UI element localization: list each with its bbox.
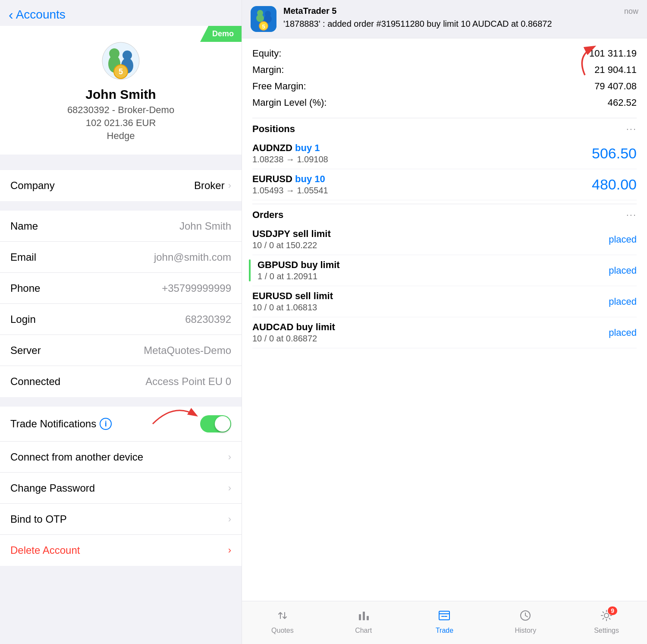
profile-section: Demo 5 John Smith 68230392 - Broker-Demo…: [0, 26, 242, 155]
back-button[interactable]: ‹ Accounts: [9, 8, 66, 22]
svg-rect-15: [363, 612, 365, 620]
profile-account-id: 68230392 - Broker-Demo: [67, 104, 174, 116]
nav-settings[interactable]: 9 Settings: [566, 609, 647, 635]
phone-value: +35799999999: [162, 282, 231, 294]
eurusd-position-left: EURUSD buy 10 1.05493 → 1.05541: [252, 174, 328, 196]
right-panel: 5 MetaTrader 5 now '1878883' : added ord…: [242, 0, 647, 644]
audcad-details: 10 / 0 at 0.86872: [252, 334, 335, 344]
profile-balance: 102 021.36 EUR: [86, 117, 156, 129]
eurusd-position-row[interactable]: EURUSD buy 10 1.05493 → 1.05541 480.00: [252, 169, 637, 200]
profile-mode: Hedge: [107, 130, 135, 142]
server-label: Server: [10, 344, 41, 357]
left-panel: ‹ Accounts Demo 5 John Smith 68230392 - …: [0, 0, 242, 644]
bind-otp-row[interactable]: Bind to OTP ›: [0, 504, 242, 535]
audcad-order-row[interactable]: AUDCAD buy limit 10 / 0 at 0.86872 place…: [252, 317, 637, 348]
company-chevron-icon: ›: [228, 180, 231, 191]
metrics-grid: Equity: 101 311.19 Margin: 21 904.11 Fre…: [252, 38, 637, 114]
eurusd-order-details: 10 / 0 at 1.06813: [252, 303, 333, 313]
nav-history[interactable]: History: [485, 609, 566, 635]
name-value: John Smith: [179, 220, 231, 232]
change-password-label: Change Password: [10, 482, 95, 494]
company-value: Broker ›: [194, 180, 231, 192]
positions-section-header: Positions ···: [252, 118, 637, 138]
usdjpy-pair: USDJPY sell limit: [252, 228, 331, 240]
nav-quotes[interactable]: Quotes: [242, 609, 323, 635]
nav-chart[interactable]: Chart: [323, 609, 404, 635]
connect-another-device-row[interactable]: Connect from another device ›: [0, 442, 242, 473]
server-field: Server MetaQuotes-Demo: [0, 335, 242, 366]
gbpusd-status: placed: [609, 265, 637, 276]
company-field[interactable]: Company Broker ›: [0, 170, 242, 201]
chart-icon: [357, 609, 370, 625]
email-value: john@smith.com: [154, 251, 231, 263]
toggle-knob: [215, 416, 230, 432]
usdjpy-details: 10 / 0 at 150.222: [252, 240, 331, 250]
settings-badge-container: 9: [600, 609, 613, 625]
notif-time: now: [624, 7, 638, 16]
svg-point-4: [122, 51, 132, 60]
section-gap-3: [0, 397, 242, 407]
audcad-order-left: AUDCAD buy limit 10 / 0 at 0.86872: [252, 322, 335, 344]
notif-app-icon: 5: [251, 6, 276, 32]
notification-banner: 5 MetaTrader 5 now '1878883' : added ord…: [242, 0, 647, 38]
gbpusd-pair: GBPUSD buy limit: [258, 259, 340, 271]
gbpusd-details: 1 / 0 at 1.20911: [258, 271, 340, 281]
trade-label: Trade: [436, 627, 453, 635]
audnzd-pnl: 506.50: [592, 145, 637, 162]
info-icon[interactable]: i: [100, 418, 112, 430]
company-label: Company: [10, 180, 55, 192]
settings-label: Settings: [594, 627, 619, 635]
svg-point-19: [604, 613, 609, 618]
margin-label: Margin:: [252, 64, 284, 76]
delete-account-row[interactable]: Delete Account ›: [0, 535, 242, 566]
login-label: Login: [10, 313, 36, 325]
section-gap-2: [0, 201, 242, 211]
notif-header: MetaTrader 5 now: [283, 6, 638, 16]
bottom-nav: Quotes Chart Trade: [242, 601, 647, 644]
change-password-chevron-icon: ›: [228, 483, 231, 494]
equity-value: 101 311.19: [589, 48, 637, 59]
server-value: MetaQuotes-Demo: [144, 344, 231, 357]
nav-trade[interactable]: Trade: [404, 609, 485, 635]
email-field: Email john@smith.com: [0, 242, 242, 273]
chart-label: Chart: [355, 627, 372, 635]
settings-badge: 9: [608, 606, 617, 615]
margin-level-row: Margin Level (%): 462.52: [252, 95, 637, 111]
audcad-pair: AUDCAD buy limit: [252, 322, 335, 333]
bind-otp-chevron-icon: ›: [228, 514, 231, 525]
phone-label: Phone: [10, 282, 40, 294]
history-icon: [519, 609, 532, 625]
usdjpy-order-left: USDJPY sell limit 10 / 0 at 150.222: [252, 228, 331, 250]
delete-account-label: Delete Account: [10, 544, 80, 556]
usdjpy-order-row[interactable]: USDJPY sell limit 10 / 0 at 150.222 plac…: [252, 224, 637, 255]
back-chevron-icon: ‹: [9, 8, 13, 22]
quotes-label: Quotes: [271, 627, 294, 635]
margin-level-value: 462.52: [608, 97, 637, 108]
free-margin-row: Free Margin: 79 407.08: [252, 78, 637, 95]
trade-notifications-row: Trade Notifications i: [0, 407, 242, 442]
orders-title: Orders: [252, 209, 283, 221]
trade-notifications-toggle[interactable]: [200, 415, 231, 432]
eurusd-pair: EURUSD buy 10: [252, 174, 328, 185]
bind-otp-label: Bind to OTP: [10, 513, 67, 525]
notif-content: MetaTrader 5 now '1878883' : added order…: [283, 6, 638, 30]
avatar: 5: [101, 41, 140, 80]
positions-more-icon[interactable]: ···: [626, 123, 637, 135]
phone-field: Phone +35799999999: [0, 273, 242, 304]
login-value: 68230392: [185, 313, 231, 325]
audnzd-position-row[interactable]: AUDNZD buy 1 1.08238 → 1.09108 506.50: [252, 138, 637, 169]
demo-badge: Demo: [200, 26, 242, 42]
eurusd-order-row[interactable]: EURUSD sell limit 10 / 0 at 1.06813 plac…: [252, 286, 637, 317]
fields-section: Company Broker ›: [0, 170, 242, 201]
login-field: Login 68230392: [0, 304, 242, 335]
gbpusd-order-row[interactable]: GBPUSD buy limit 1 / 0 at 1.20911 placed: [252, 255, 637, 286]
free-margin-label: Free Margin:: [252, 81, 306, 92]
eurusd-pnl: 480.00: [592, 176, 637, 193]
connected-field: Connected Access Point EU 0: [0, 366, 242, 397]
orders-more-icon[interactable]: ···: [626, 209, 637, 221]
margin-value: 21 904.11: [594, 64, 637, 76]
profile-name: John Smith: [85, 87, 156, 102]
usdjpy-status: placed: [609, 234, 637, 245]
change-password-row[interactable]: Change Password ›: [0, 473, 242, 504]
svg-text:5: 5: [119, 67, 123, 76]
